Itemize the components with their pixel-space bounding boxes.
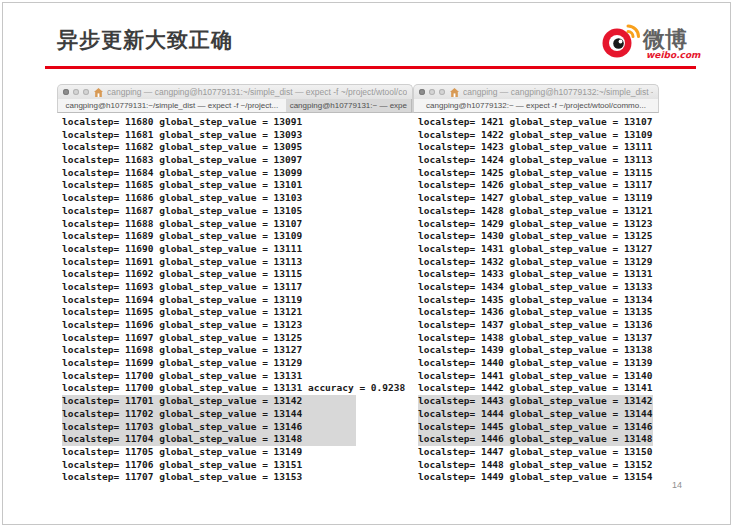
log-line: localstep= 11681 global_step_value = 130… <box>62 129 413 142</box>
log-line: localstep= 11698 global_step_value = 131… <box>62 344 413 357</box>
log-line: localstep= 11706 global_step_value = 131… <box>62 459 413 472</box>
log-line: localstep= 1424 global_step_value = 1311… <box>418 154 659 167</box>
window-controls <box>63 89 89 95</box>
terminal-output[interactable]: localstep= 11680 global_step_value = 130… <box>57 113 413 488</box>
weibo-eye-icon: 微博 weibo.com <box>596 14 708 64</box>
log-line: localstep= 11696 global_step_value = 131… <box>62 319 413 332</box>
log-line: localstep= 11688 global_step_value = 131… <box>62 218 413 231</box>
log-line: localstep= 1448 global_step_value = 1315… <box>418 459 659 472</box>
log-line: localstep= 1446 global_step_value = 1314… <box>418 433 659 446</box>
log-line: localstep= 11689 global_step_value = 131… <box>62 230 413 243</box>
log-line: localstep= 1438 global_step_value = 1313… <box>418 332 659 345</box>
log-line: localstep= 1441 global_step_value = 1314… <box>418 370 659 383</box>
tab-bar: cangping@h10779131:~/simple_dist — expec… <box>57 99 413 113</box>
log-line: localstep= 1430 global_step_value = 1312… <box>418 230 659 243</box>
log-line: localstep= 11702 global_step_value = 131… <box>62 408 413 421</box>
log-line: localstep= 11691 global_step_value = 131… <box>62 256 413 269</box>
log-line: localstep= 11686 global_step_value = 131… <box>62 192 413 205</box>
log-line: localstep= 1443 global_step_value = 1314… <box>418 395 659 408</box>
close-window-button[interactable] <box>419 89 425 95</box>
log-line: localstep= 1435 global_step_value = 1313… <box>418 294 659 307</box>
log-line: localstep= 11707 global_step_value = 131… <box>62 471 413 484</box>
log-line: localstep= 1437 global_step_value = 1313… <box>418 319 659 332</box>
terminal-titlebar[interactable]: cangping — cangping@h10779132:~/simple_d… <box>413 84 659 99</box>
log-line: localstep= 1422 global_step_value = 1310… <box>418 129 659 142</box>
log-line: localstep= 1423 global_step_value = 1311… <box>418 141 659 154</box>
log-line: localstep= 1426 global_step_value = 1311… <box>418 179 659 192</box>
page-title: 异步更新大致正确 <box>57 26 233 54</box>
log-line: localstep= 11682 global_step_value = 130… <box>62 141 413 154</box>
log-line: localstep= 1447 global_step_value = 1315… <box>418 446 659 459</box>
terminal-window-left: cangping — cangping@h10779131:~/simple_d… <box>57 84 413 488</box>
log-line: localstep= 11684 global_step_value = 130… <box>62 167 413 180</box>
zoom-window-button[interactable] <box>439 89 445 95</box>
log-line: localstep= 1449 global_step_value = 1315… <box>418 471 659 484</box>
log-line: localstep= 1431 global_step_value = 1312… <box>418 243 659 256</box>
window-controls <box>419 89 445 95</box>
minimize-window-button[interactable] <box>429 89 435 95</box>
weibo-domain-text: weibo.com <box>646 50 701 60</box>
window-title: cangping — cangping@h10779132:~/simple_d… <box>463 87 653 97</box>
log-line: localstep= 11693 global_step_value = 131… <box>62 281 413 294</box>
log-line: localstep= 11683 global_step_value = 130… <box>62 154 413 167</box>
terminal-output[interactable]: localstep= 1421 global_step_value = 1310… <box>413 113 659 488</box>
log-line: localstep= 1421 global_step_value = 1310… <box>418 116 659 129</box>
terminal-tab[interactable]: cangping@h10779131:~ — expe <box>286 99 412 112</box>
log-line: localstep= 1439 global_step_value = 1313… <box>418 344 659 357</box>
minimize-window-button[interactable] <box>73 89 79 95</box>
close-window-button[interactable] <box>63 89 69 95</box>
weibo-logo: 微博 weibo.com <box>596 14 708 64</box>
log-line: localstep= 1425 global_step_value = 1311… <box>418 167 659 180</box>
log-line: localstep= 1445 global_step_value = 1314… <box>418 421 659 434</box>
log-line: localstep= 11705 global_step_value = 131… <box>62 446 413 459</box>
log-line: localstep= 11687 global_step_value = 131… <box>62 205 413 218</box>
log-line: localstep= 11704 global_step_value = 131… <box>62 433 413 446</box>
log-line: localstep= 1433 global_step_value = 1313… <box>418 268 659 281</box>
terminal-window-right: cangping — cangping@h10779132:~/simple_d… <box>413 84 659 488</box>
tab-bar: cangping@h10779132:~ — expect -f ~/proje… <box>413 99 659 113</box>
log-line: localstep= 11700 global_step_value = 131… <box>62 370 413 383</box>
weibo-brand-text: 微博 <box>642 27 687 52</box>
log-line: localstep= 11699 global_step_value = 131… <box>62 357 413 370</box>
home-folder-icon <box>94 88 103 97</box>
terminal-tab[interactable]: cangping@h10779131:~/simple_dist — expec… <box>58 99 286 112</box>
home-folder-icon <box>450 88 459 97</box>
zoom-window-button[interactable] <box>83 89 89 95</box>
log-line: localstep= 11685 global_step_value = 131… <box>62 179 413 192</box>
log-line: localstep= 11701 global_step_value = 131… <box>62 395 413 408</box>
log-line: localstep= 11694 global_step_value = 131… <box>62 294 413 307</box>
log-line: localstep= 1444 global_step_value = 1314… <box>418 408 659 421</box>
log-line: localstep= 1440 global_step_value = 1313… <box>418 357 659 370</box>
log-line: localstep= 11692 global_step_value = 131… <box>62 268 413 281</box>
log-line: localstep= 11700 global_step_value = 131… <box>62 382 413 395</box>
log-line: localstep= 1432 global_step_value = 1312… <box>418 256 659 269</box>
terminal-titlebar[interactable]: cangping — cangping@h10779131:~/simple_d… <box>57 84 413 99</box>
log-line: localstep= 1442 global_step_value = 1314… <box>418 382 659 395</box>
terminal-tab[interactable]: cangping@h10779132:~ — expect -f ~/proje… <box>414 99 658 112</box>
log-line: localstep= 1428 global_step_value = 1312… <box>418 205 659 218</box>
log-line: localstep= 11695 global_step_value = 131… <box>62 306 413 319</box>
log-line: localstep= 11690 global_step_value = 131… <box>62 243 413 256</box>
log-line: localstep= 11680 global_step_value = 130… <box>62 116 413 129</box>
log-line: localstep= 1429 global_step_value = 1312… <box>418 218 659 231</box>
log-line: localstep= 1427 global_step_value = 1311… <box>418 192 659 205</box>
log-line: localstep= 11697 global_step_value = 131… <box>62 332 413 345</box>
log-line: localstep= 11703 global_step_value = 131… <box>62 421 413 434</box>
page-number: 14 <box>672 480 682 490</box>
title-divider <box>45 66 696 69</box>
log-line: localstep= 1434 global_step_value = 1313… <box>418 281 659 294</box>
log-line: localstep= 1436 global_step_value = 1313… <box>418 306 659 319</box>
window-title: cangping — cangping@h10779131:~/simple_d… <box>107 87 407 97</box>
